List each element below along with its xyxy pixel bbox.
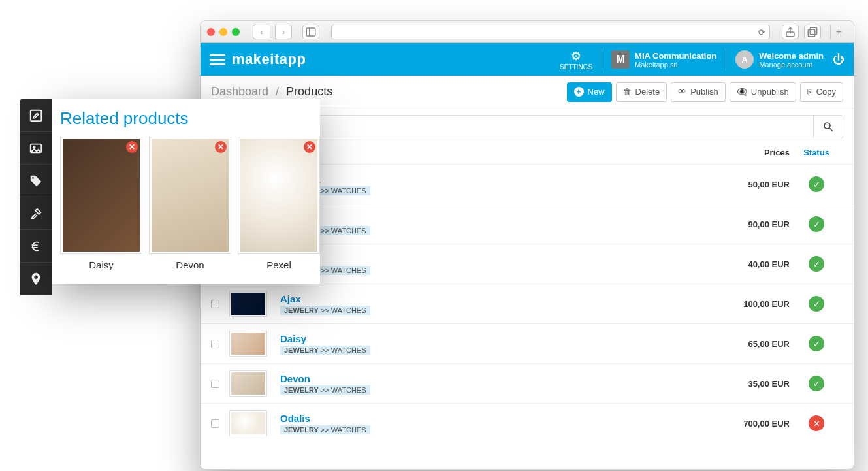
sidebar-toggle-icon[interactable]	[302, 25, 319, 39]
app-header: makeitapp ⚙ SETTINGS M MIA Communication…	[201, 43, 854, 76]
row-checkbox[interactable]	[211, 340, 219, 348]
publish-button[interactable]: 👁Publish	[671, 82, 726, 102]
svg-rect-7	[31, 110, 42, 121]
product-name[interactable]: Odalis	[280, 413, 718, 424]
related-thumb: ✕	[149, 137, 231, 254]
svg-rect-3	[810, 27, 817, 35]
browser-toolbar: ‹ › ⟳ +	[201, 21, 854, 43]
row-checkbox[interactable]	[211, 300, 219, 308]
product-price: 40,00 EUR	[718, 259, 790, 269]
status-badge: ✓	[809, 336, 824, 351]
col-status[interactable]: Status	[790, 148, 843, 157]
related-card[interactable]: ✕Devon	[149, 137, 231, 270]
reload-icon[interactable]: ⟳	[758, 27, 765, 37]
status-badge: ✓	[809, 216, 824, 232]
product-name[interactable]: Montana	[280, 174, 718, 185]
avatar: A	[735, 50, 754, 69]
plus-icon: +	[574, 87, 584, 97]
remove-icon[interactable]: ✕	[304, 141, 315, 153]
remove-icon[interactable]: ✕	[126, 141, 138, 153]
product-thumb[interactable]	[229, 331, 267, 357]
menu-icon[interactable]	[210, 52, 225, 68]
col-prices[interactable]: Prices	[718, 148, 790, 157]
close-window-icon[interactable]	[207, 28, 215, 36]
tag-icon[interactable]	[20, 165, 52, 197]
related-card[interactable]: ✕Pexel	[238, 137, 320, 270]
table-row[interactable]: DaisyJEWELRY >> WATCHES65,00 EUR✓	[201, 323, 854, 363]
breadcrumb: Dashboard / Products	[211, 85, 332, 99]
new-tab-button[interactable]: +	[830, 25, 847, 39]
org-name: MIA Communication	[635, 51, 716, 61]
status-badge: ✓	[809, 256, 824, 272]
window-controls	[207, 28, 240, 36]
col-name[interactable]: Name	[280, 148, 718, 157]
table-row[interactable]: OdalisJEWELRY >> WATCHES700,00 EUR✕	[201, 403, 854, 443]
delete-button[interactable]: 🗑Delete	[616, 82, 667, 102]
copy-button[interactable]: ⎘Copy	[800, 82, 843, 102]
settings-button[interactable]: ⚙ SETTINGS	[560, 49, 592, 71]
eye-icon: 👁	[678, 87, 686, 97]
status-badge: ✓	[809, 296, 824, 312]
settings-label: SETTINGS	[560, 63, 592, 71]
address-bar[interactable]: ⟳	[331, 25, 770, 39]
product-name[interactable]: Lane	[280, 214, 718, 225]
product-name[interactable]: Ajax	[280, 293, 718, 304]
breadcrumb-current: Products	[286, 85, 332, 98]
logout-icon[interactable]: ⏻	[833, 53, 844, 67]
org-block[interactable]: M MIA Communication Makeitapp srl	[611, 50, 716, 69]
related-thumb: ✕	[60, 137, 142, 254]
related-name: Pexel	[238, 259, 320, 270]
svg-point-5	[824, 123, 830, 129]
divider	[726, 48, 726, 71]
status-badge: ✓	[809, 176, 824, 192]
table-row[interactable]: DevonJEWELRY >> WATCHES35,00 EUR✓	[201, 363, 854, 403]
search-button[interactable]	[813, 115, 843, 138]
org-sub: Makeitapp srl	[635, 61, 716, 69]
divider	[602, 48, 602, 71]
forward-button[interactable]: ›	[275, 25, 292, 39]
product-tag: JEWELRY >> WATCHES	[280, 306, 370, 315]
pin-icon[interactable]	[20, 263, 52, 295]
product-name[interactable]: Lonnie	[280, 253, 718, 265]
product-tag: JEWELRY >> WATCHES	[280, 425, 370, 434]
product-tag: JEWELRY >> WATCHES	[280, 385, 370, 395]
product-price: 100,00 EUR	[718, 299, 790, 309]
related-thumb: ✕	[238, 137, 320, 254]
edit-icon[interactable]	[20, 99, 52, 132]
eyedropper-icon[interactable]	[20, 197, 52, 230]
related-title: Related products	[60, 108, 312, 129]
image-icon[interactable]	[20, 132, 52, 165]
maximize-window-icon[interactable]	[232, 28, 240, 36]
eye-off-icon: 👁‍🗨	[737, 87, 747, 97]
svg-line-6	[829, 128, 833, 131]
product-thumb[interactable]	[229, 410, 267, 436]
product-name[interactable]: Daisy	[280, 333, 718, 344]
user-block[interactable]: A Welcome admin Manage account	[735, 50, 824, 69]
row-checkbox[interactable]	[211, 380, 219, 388]
product-thumb[interactable]	[229, 370, 267, 397]
tabs-icon[interactable]	[804, 25, 821, 39]
status-badge: ✓	[809, 376, 824, 391]
table-row[interactable]: AjaxJEWELRY >> WATCHES100,00 EUR✓	[201, 284, 854, 323]
svg-rect-4	[808, 29, 815, 37]
back-button[interactable]: ‹	[253, 25, 270, 39]
share-icon[interactable]	[782, 25, 799, 39]
new-button[interactable]: +New	[567, 82, 612, 102]
minimize-window-icon[interactable]	[219, 28, 227, 36]
product-price: 50,00 EUR	[718, 180, 790, 189]
remove-icon[interactable]: ✕	[215, 141, 227, 153]
unpublish-button[interactable]: 👁‍🗨Unpublish	[730, 82, 796, 102]
row-checkbox[interactable]	[211, 419, 219, 428]
product-tag: JEWELRY >> WATCHES	[280, 346, 370, 355]
breadcrumb-parent[interactable]: Dashboard	[211, 85, 268, 98]
user-sub: Manage account	[759, 61, 824, 69]
svg-rect-0	[306, 28, 315, 36]
euro-icon[interactable]	[20, 230, 52, 263]
product-price: 65,00 EUR	[718, 339, 790, 349]
related-card[interactable]: ✕Daisy	[60, 137, 142, 270]
product-thumb[interactable]	[229, 291, 267, 317]
org-avatar: M	[611, 50, 630, 69]
app-logo[interactable]: makeitapp	[232, 51, 306, 68]
product-name[interactable]: Devon	[280, 373, 718, 384]
svg-point-10	[32, 177, 34, 179]
